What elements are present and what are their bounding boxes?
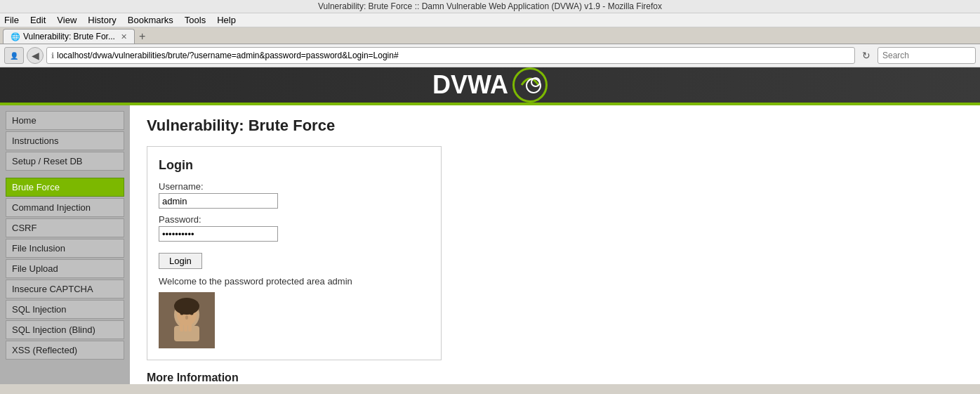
svg-rect-11 xyxy=(188,322,192,331)
svg-point-0 xyxy=(531,78,540,86)
sidebar-item-instructions[interactable]: Instructions xyxy=(6,131,124,150)
window-title: Vulnerability: Brute Force :: Damn Vulne… xyxy=(318,1,662,11)
sidebar-item-setup[interactable]: Setup / Reset DB xyxy=(6,152,124,171)
menu-edit[interactable]: Edit xyxy=(30,15,46,25)
active-tab[interactable]: 🌐 Vulnerability: Brute For... ✕ xyxy=(3,29,135,44)
dvwa-header: DVWA xyxy=(0,67,980,105)
address-bar[interactable]: ℹ xyxy=(46,47,855,64)
sidebar-item-file-upload[interactable]: File Upload xyxy=(6,259,124,278)
dvwa-logo-svg xyxy=(516,71,544,99)
page-content: DVWA Home Instructions Setup / Reset DB … xyxy=(0,67,980,384)
svg-point-5 xyxy=(180,312,184,315)
svg-rect-10 xyxy=(184,322,187,331)
login-box: Login Username: Password: Login Welcome … xyxy=(147,146,442,360)
menu-view[interactable]: View xyxy=(57,15,77,25)
new-tab-button[interactable]: + xyxy=(136,30,148,43)
sidebar-item-command-injection[interactable]: Command Injection xyxy=(6,198,124,217)
avatar xyxy=(159,292,215,348)
info-icon: ℹ xyxy=(51,51,54,60)
svg-point-6 xyxy=(190,312,194,315)
svg-rect-9 xyxy=(180,323,183,331)
svg-point-4 xyxy=(174,298,199,315)
menu-bookmarks[interactable]: Bookmarks xyxy=(128,15,173,25)
sidebar: Home Instructions Setup / Reset DB Brute… xyxy=(0,105,130,384)
welcome-text: Welcome to the password protected area a… xyxy=(159,276,430,287)
tab-label: Vulnerability: Brute For... xyxy=(23,32,115,41)
sidebar-item-sql-injection-blind[interactable]: SQL Injection (Blind) xyxy=(6,320,124,339)
nav-bar: 👤 ◀ ℹ ↻ xyxy=(0,44,980,67)
menu-bar: File Edit View History Bookmarks Tools H… xyxy=(0,13,980,27)
username-group: Username: xyxy=(159,181,430,209)
reload-button[interactable]: ↻ xyxy=(858,47,875,64)
avatar-image xyxy=(159,292,215,348)
tab-favicon: 🌐 xyxy=(11,32,20,41)
more-info-title: More Information xyxy=(147,372,963,384)
url-input[interactable] xyxy=(57,51,850,60)
menu-help[interactable]: Help xyxy=(217,15,236,25)
menu-history[interactable]: History xyxy=(88,15,116,25)
password-input[interactable] xyxy=(159,226,278,242)
dvwa-logo-text: DVWA xyxy=(432,70,508,100)
password-group: Password: xyxy=(159,214,430,242)
svg-point-7 xyxy=(185,315,188,320)
main-area: Home Instructions Setup / Reset DB Brute… xyxy=(0,105,980,384)
tab-close-button[interactable]: ✕ xyxy=(121,32,127,41)
menu-tools[interactable]: Tools xyxy=(185,15,206,25)
username-label: Username: xyxy=(159,181,430,192)
search-input[interactable] xyxy=(878,47,976,64)
page-title: Vulnerability: Brute Force xyxy=(147,117,963,135)
login-title: Login xyxy=(159,158,430,173)
sidebar-divider xyxy=(6,172,124,176)
sidebar-item-insecure-captcha[interactable]: Insecure CAPTCHA xyxy=(6,280,124,298)
sidebar-item-sql-injection[interactable]: SQL Injection xyxy=(6,300,124,319)
sidebar-item-csrf[interactable]: CSRF xyxy=(6,218,124,237)
profile-button[interactable]: 👤 xyxy=(4,47,24,64)
tab-bar: 🌐 Vulnerability: Brute For... ✕ + xyxy=(0,27,980,44)
sidebar-item-xss-reflected[interactable]: XSS (Reflected) xyxy=(6,341,124,360)
menu-file[interactable]: File xyxy=(4,15,19,25)
login-button[interactable]: Login xyxy=(159,253,202,269)
username-input[interactable] xyxy=(159,193,278,209)
sidebar-item-home[interactable]: Home xyxy=(6,111,124,130)
dvwa-logo-circle xyxy=(512,67,548,103)
title-bar: Vulnerability: Brute Force :: Damn Vulne… xyxy=(0,0,980,13)
sidebar-item-brute-force[interactable]: Brute Force xyxy=(6,178,124,197)
sidebar-item-file-inclusion[interactable]: File Inclusion xyxy=(6,239,124,258)
dvwa-logo: DVWA xyxy=(432,67,548,103)
password-label: Password: xyxy=(159,214,430,225)
back-button[interactable]: ◀ xyxy=(27,47,44,64)
content-area: Vulnerability: Brute Force Login Usernam… xyxy=(130,105,980,384)
